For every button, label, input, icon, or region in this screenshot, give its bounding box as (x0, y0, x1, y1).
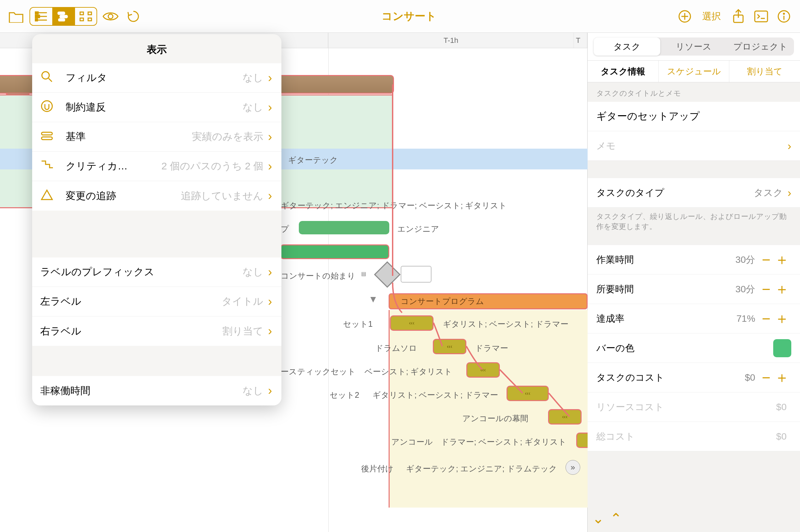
task-title-row[interactable]: ギターのセットアップ (588, 102, 800, 131)
eye-icon[interactable] (101, 7, 120, 26)
prev-next-task[interactable]: ⌄ ⌃ (592, 510, 622, 527)
task-bar-drumsolo[interactable]: ‹‹‹ (433, 339, 466, 354)
seg-task[interactable]: タスク (594, 38, 660, 56)
document-title[interactable]: コンサート (382, 9, 436, 24)
chevron-right-icon: › (787, 186, 791, 199)
steps-icon (40, 158, 58, 174)
view-mode-gantt[interactable] (52, 8, 74, 25)
subtab-schedule[interactable]: スケジュール (658, 61, 729, 82)
type-hint: タスクタイプ、繰り返しルール、およびロールアップ動作を変更します。 (588, 208, 800, 235)
inspector-subtabs[interactable]: タスク情報 スケジュール 割り当て (588, 60, 800, 82)
type-row[interactable]: タスクのタイプ タスク › (588, 178, 800, 208)
task-bar-encore[interactable] (576, 433, 588, 448)
svg-rect-1 (35, 15, 39, 18)
view-popover: 表示 フィルタ なし › 制約違反 なし › 基準 実績のみを表示 (32, 34, 281, 405)
chevron-right-icon: › (268, 100, 272, 114)
console-icon[interactable] (752, 7, 770, 26)
svg-rect-0 (35, 12, 38, 14)
svg-rect-9 (88, 18, 91, 21)
svg-rect-6 (80, 12, 83, 15)
svg-point-10 (108, 14, 113, 19)
undo-icon[interactable] (124, 7, 143, 26)
drumsolo-assign-label: ドラマー (475, 343, 508, 354)
plus-icon[interactable]: ＋ (773, 279, 791, 299)
hand-icon (40, 99, 58, 115)
plus-icon[interactable]: ＋ (773, 309, 791, 328)
popover-row-filter[interactable]: フィルタ なし › (32, 63, 281, 93)
subtab-assign[interactable]: 割り当て (729, 61, 800, 82)
delta-icon (40, 188, 58, 204)
popover-row-offhours[interactable]: 非稼働時間 なし › (32, 376, 281, 405)
svg-point-16 (42, 72, 49, 79)
documents-icon[interactable] (7, 7, 25, 26)
minus-icon[interactable]: − (760, 310, 773, 327)
inspector-segment[interactable]: タスク リソース プロジェクト (594, 38, 794, 56)
subtab-info[interactable]: タスク情報 (588, 61, 658, 82)
popover-row-rightlabel[interactable]: 右ラベル 割り当て › (32, 317, 281, 346)
svg-rect-2 (35, 19, 38, 21)
minus-icon[interactable]: − (760, 369, 773, 386)
chevron-down-icon[interactable]: ⌄ (592, 510, 604, 527)
chevron-right-icon: › (268, 384, 272, 398)
work-row[interactable]: 作業時間 30分 − ＋ (588, 245, 800, 274)
chevron-right-icon: › (268, 294, 272, 309)
progress-row[interactable]: 達成率 71% − ＋ (588, 304, 800, 334)
set2-assign-label: ギタリスト; ベーシスト; ドラマー (373, 390, 498, 400)
chevron-right-icon: › (268, 189, 272, 203)
ruler-t: T (574, 33, 587, 48)
encoregap-label: アンコールの幕間 (462, 413, 528, 424)
duration-row[interactable]: 所要時間 30分 − ＋ (588, 274, 800, 304)
chevron-up-icon[interactable]: ⌃ (610, 510, 622, 527)
minus-icon[interactable]: − (760, 281, 773, 298)
add-icon[interactable] (675, 7, 694, 26)
svg-rect-5 (59, 19, 64, 21)
task-bar-set2[interactable]: ‹‹‹ (506, 386, 549, 401)
resource-cost-row: リソースコスト $0 (588, 393, 800, 422)
svg-rect-13 (755, 11, 767, 22)
set1-label: セット1 (343, 319, 373, 329)
svg-rect-4 (60, 15, 67, 18)
title-hint: タスクのタイトルとメモ (588, 82, 800, 102)
seg-resource[interactable]: リソース (660, 38, 727, 56)
popover-section-c: 非稼働時間 なし › (32, 376, 281, 405)
milestone-field[interactable] (401, 266, 431, 283)
blue-row-label: ギターテック (288, 155, 338, 165)
color-swatch[interactable] (773, 339, 791, 357)
svg-rect-3 (58, 12, 64, 14)
view-mode-network[interactable] (74, 8, 96, 25)
popover-section-b: ラベルのプレフィックス なし › 左ラベル タイトル › 右ラベル 割り当て › (32, 258, 281, 346)
popover-row-baselines[interactable]: 基準 実績のみを表示 › (32, 122, 281, 152)
view-mode-segment[interactable] (30, 7, 97, 26)
set1-assign-label: ギタリスト; ベーシスト; ドラマー (443, 319, 569, 329)
popover-section-a: フィルタ なし › 制約違反 なし › 基準 実績のみを表示 › (32, 63, 281, 211)
popover-row-violations[interactable]: 制約違反 なし › (32, 93, 281, 122)
popover-row-leftlabel[interactable]: 左ラベル タイトル › (32, 287, 281, 317)
select-button[interactable]: 選択 (698, 10, 725, 23)
task-bar-amp[interactable] (299, 221, 389, 234)
seg-project[interactable]: プロジェクト (727, 38, 794, 56)
cost-row[interactable]: タスクのコスト $0 − ＋ (588, 363, 800, 393)
plus-icon[interactable]: ＋ (773, 367, 791, 387)
minus-icon[interactable]: − (760, 251, 773, 268)
svg-rect-8 (88, 12, 91, 15)
popover-row-critical[interactable]: クリティカ… 2 個のパスのうち 2 個 › (32, 152, 281, 181)
task-bar-green2[interactable] (280, 244, 389, 259)
task-bar-acoustic[interactable]: ‹‹‹ (466, 362, 500, 378)
share-icon[interactable] (729, 7, 748, 26)
plus-icon[interactable]: ＋ (773, 250, 791, 269)
ruler-t-1h: T-1h (328, 33, 574, 48)
popover-row-changes[interactable]: 変更の追跡 追跡していません › (32, 181, 281, 211)
task-bar-set1[interactable]: ‹‹‹ (390, 316, 433, 331)
chevron-right-icon: › (268, 265, 272, 279)
milestone-diamond[interactable] (374, 261, 400, 288)
popover-row-prefix[interactable]: ラベルのプレフィックス なし › (32, 258, 281, 287)
info-icon[interactable] (775, 7, 793, 26)
view-mode-outline[interactable] (30, 8, 52, 25)
overflow-icon[interactable]: » (565, 460, 580, 475)
program-label: コンサートプログラム (401, 296, 484, 307)
color-row[interactable]: バーの色 (588, 334, 800, 363)
encore-assign-label: ドラマー; ベーシスト; ギタリスト (441, 437, 566, 447)
chevron-right-icon: › (268, 159, 272, 173)
memo-row[interactable]: メモ › (588, 131, 800, 161)
task-bar-encoregap[interactable]: ‹‹‹ (548, 409, 581, 424)
